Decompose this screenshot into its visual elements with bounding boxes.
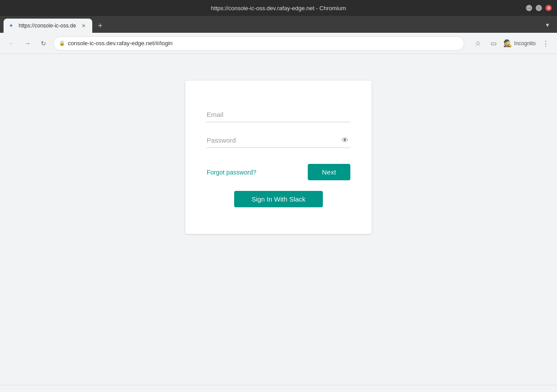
forgot-password-link[interactable]: Forgot password? (207, 169, 256, 176)
window-title: https://console-ic-oss.dev.rafay-edge.ne… (211, 5, 346, 12)
sidebar-button[interactable]: ▭ (487, 37, 500, 50)
active-tab[interactable]: ✦ https://console-ic-oss.de ✕ (4, 19, 92, 33)
bookmark-button[interactable]: ☆ (471, 37, 484, 50)
close-button[interactable]: ✕ (545, 5, 552, 11)
toolbar-right: ☆ ▭ 🕵 Incognito ⋮ (471, 37, 552, 50)
password-input[interactable] (207, 133, 350, 148)
incognito-badge: 🕵 Incognito (503, 39, 536, 47)
address-text: console-ic-oss.dev.rafay-edge.net/#/logi… (68, 40, 459, 47)
minimize-button[interactable]: — (526, 5, 532, 11)
next-button[interactable]: Next (308, 164, 350, 180)
tab-favicon: ✦ (9, 23, 15, 29)
menu-button[interactable]: ⋮ (539, 37, 552, 50)
title-bar: https://console-ic-oss.dev.rafay-edge.ne… (0, 0, 557, 16)
tab-bar: ✦ https://console-ic-oss.de ✕ + ▾ (0, 16, 557, 33)
form-actions: Forgot password? Next (207, 164, 350, 180)
password-field-group: 👁 (207, 133, 350, 148)
address-input-wrap[interactable]: 🔒 console-ic-oss.dev.rafay-edge.net/#/lo… (53, 36, 464, 50)
tab-close-button[interactable]: ✕ (80, 22, 87, 29)
email-field-group (207, 107, 350, 122)
tab-title-text: https://console-ic-oss.de (19, 23, 76, 29)
page-content: 👁 Forgot password? Next Sign In With Sla… (0, 54, 557, 385)
toggle-password-icon[interactable]: 👁 (341, 136, 349, 144)
sign-in-slack-button[interactable]: Sign In With Slack (234, 191, 323, 207)
maximize-button[interactable]: □ (536, 5, 542, 11)
forward-button[interactable]: → (21, 37, 34, 50)
scroll-area (0, 385, 557, 392)
slack-sso-wrap: Sign In With Slack (207, 191, 350, 207)
lock-icon: 🔒 (59, 40, 65, 46)
new-tab-button[interactable]: + (94, 19, 106, 32)
tab-strip-menu[interactable]: ▾ (541, 19, 553, 31)
login-card: 👁 Forgot password? Next Sign In With Sla… (185, 81, 372, 234)
back-button[interactable]: ← (5, 37, 18, 50)
reload-button[interactable]: ↻ (37, 37, 50, 50)
window-controls: — □ ✕ (526, 5, 552, 11)
address-bar: ← → ↻ 🔒 console-ic-oss.dev.rafay-edge.ne… (0, 33, 557, 54)
email-input[interactable] (207, 107, 350, 122)
